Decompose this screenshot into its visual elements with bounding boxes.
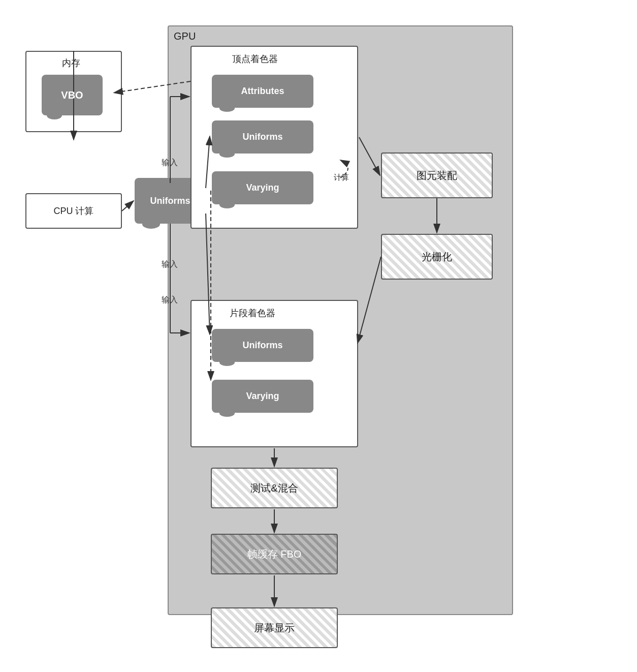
vertex-shader-box: 顶点着色器 Attributes Uniforms Varying 计算	[190, 46, 358, 229]
screen-display-label: 屏幕显示	[254, 621, 295, 635]
fbo-label: 帧缓存 FBO	[247, 547, 302, 561]
input-label-middle: 输入	[162, 259, 178, 270]
calc-label: 计算	[334, 173, 349, 182]
uniforms-vs-label: Uniforms	[242, 132, 282, 142]
vbo-label: VBO	[61, 89, 83, 101]
diagram-wrapper: GPU 内存 VBO CPU 计算 Uniforms 顶点着色器 Attribu…	[10, 10, 525, 661]
varying-fs-shape: Varying	[212, 380, 313, 413]
memory-label: 内存	[62, 57, 80, 69]
varying-fs-label: Varying	[246, 391, 279, 402]
fbo-box: 帧缓存 FBO	[211, 534, 338, 574]
uniforms-fs-label: Uniforms	[242, 340, 282, 351]
fragment-shader-box: 片段着色器 Uniforms Varying	[190, 300, 358, 447]
test-mix-box: 测试&混合	[211, 468, 338, 508]
uniforms-main-label: Uniforms	[150, 196, 190, 206]
uniforms-fs-shape: Uniforms	[212, 329, 313, 362]
cpu-label: CPU 计算	[53, 205, 93, 217]
cpu-box: CPU 计算	[25, 193, 122, 229]
rasterize-box: 光栅化	[381, 234, 493, 280]
attributes-label: Attributes	[241, 86, 284, 97]
test-mix-label: 测试&混合	[250, 481, 298, 495]
gpu-label: GPU	[174, 30, 196, 42]
fragment-shader-label: 片段着色器	[230, 307, 275, 319]
attributes-shape: Attributes	[212, 75, 313, 108]
vertex-shader-label: 顶点着色器	[232, 53, 278, 65]
memory-box: 内存 VBO	[25, 51, 122, 132]
screen-display-box: 屏幕显示	[211, 607, 338, 648]
varying-vs-label: Varying	[246, 182, 279, 193]
vbo-shape: VBO	[42, 75, 103, 115]
varying-vs-shape: Varying	[212, 171, 313, 204]
input-label-top: 输入	[162, 158, 178, 168]
uniforms-vs-shape: Uniforms	[212, 120, 313, 154]
primitive-assembly-box: 图元装配	[381, 152, 493, 198]
primitive-assembly-label: 图元装配	[417, 169, 457, 182]
rasterize-label: 光栅化	[422, 250, 452, 264]
cpu-to-uniforms-arrow	[122, 201, 134, 211]
input-label-bottom: 输入	[162, 295, 178, 306]
